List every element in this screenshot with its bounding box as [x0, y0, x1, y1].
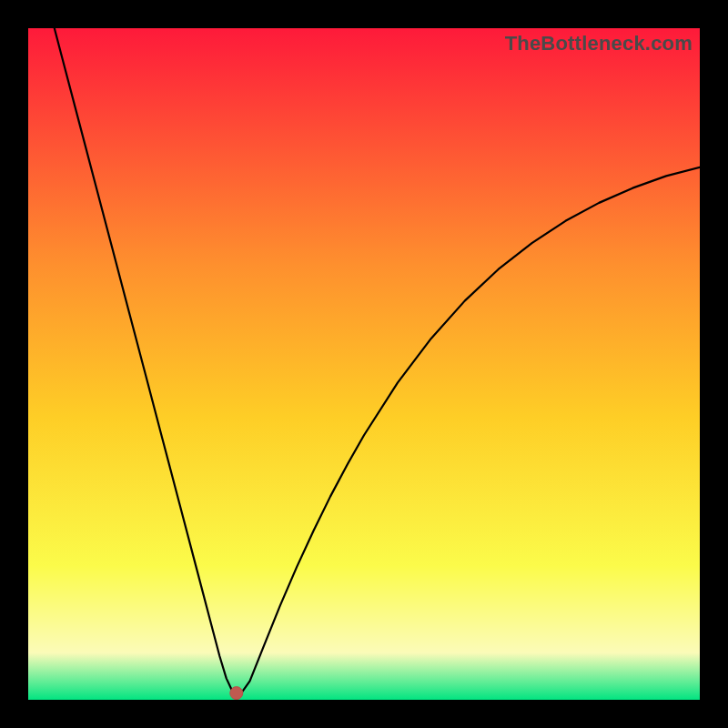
plot-area: TheBottleneck.com — [28, 28, 700, 700]
chart-frame: TheBottleneck.com — [0, 0, 728, 728]
minimum-marker — [230, 687, 243, 700]
chart-svg — [28, 28, 700, 700]
watermark-label: TheBottleneck.com — [505, 32, 693, 56]
gradient-background — [28, 28, 700, 700]
